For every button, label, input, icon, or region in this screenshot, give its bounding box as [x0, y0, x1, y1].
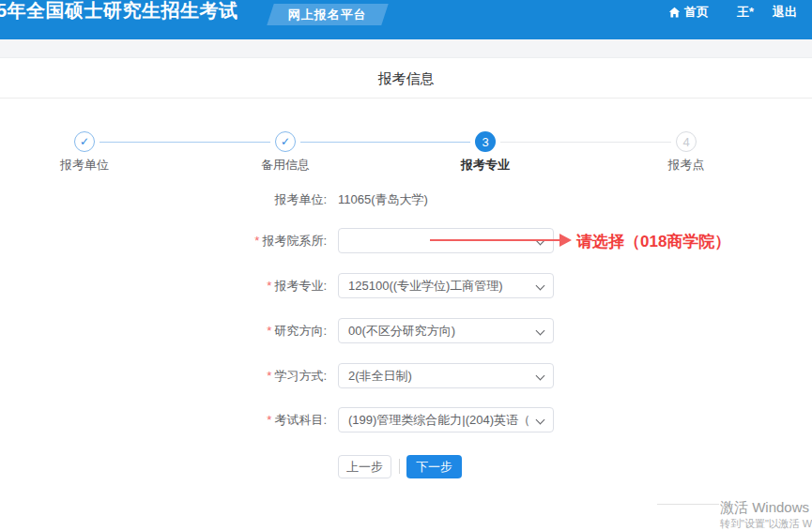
chevron-down-icon: [536, 416, 545, 425]
annotation-text: 请选择（018商学院）: [576, 231, 730, 252]
nav-user[interactable]: 王*: [737, 4, 754, 21]
step-3-circle: 3: [475, 131, 496, 152]
step-report-major: 3 报考专业: [429, 131, 542, 174]
form-row-exam-subjects: *考试科目: (199)管理类综合能力|(204)英语（二）|(-)...: [0, 407, 812, 432]
exam-subjects-label: *考试科目:: [0, 407, 327, 432]
page-titlebar: 报考信息: [0, 58, 812, 99]
step-1-circle: ✓: [74, 131, 95, 152]
chevron-down-icon: [536, 326, 545, 336]
site-title: 5年全国硕士研究生招生考试: [0, 0, 238, 23]
chevron-down-icon: [536, 372, 545, 381]
header-nav: 首页 王* 退出: [668, 0, 797, 24]
exam-subjects-label-text: 考试科目:: [274, 413, 327, 427]
annotation-arrow-line: [430, 239, 561, 241]
exam-subjects-select-value: (199)管理类综合能力|(204)英语（二）|(-)...: [348, 408, 530, 432]
form-row-major: *报考专业: 125100((专业学位)工商管理): [0, 273, 812, 298]
check-icon: ✓: [80, 136, 89, 147]
study-mode-select-value: 2(非全日制): [348, 364, 530, 387]
button-divider: [399, 459, 400, 474]
step-2-label: 备用信息: [229, 157, 342, 174]
required-mark: *: [267, 279, 271, 293]
study-mode-select[interactable]: 2(非全日制): [338, 363, 554, 388]
department-label: *报考院系所:: [0, 228, 327, 253]
unit-value: 11065(青岛大学): [338, 187, 428, 212]
direction-label: *研究方向:: [0, 318, 327, 343]
page-title: 报考信息: [0, 58, 812, 99]
next-step-button[interactable]: 下一步: [406, 455, 462, 478]
step-backup-info: ✓ 备用信息: [229, 131, 342, 174]
direction-label-text: 研究方向:: [274, 324, 327, 338]
step-exam-site: 4 报考点: [630, 131, 743, 174]
annotation-arrowhead-icon: [559, 234, 572, 247]
step-report-unit: ✓ 报考单位: [28, 131, 141, 174]
chevron-down-icon: [536, 281, 545, 291]
major-select-value: 125100((专业学位)工商管理): [348, 274, 530, 297]
home-icon: [668, 7, 681, 19]
step-4-circle: 4: [676, 131, 697, 152]
platform-badge-label: 网上报名平台: [288, 7, 367, 23]
major-label: *报考专业:: [0, 273, 327, 298]
step-2-circle: ✓: [275, 131, 296, 152]
step-1-label: 报考单位: [28, 157, 141, 174]
required-mark: *: [267, 413, 271, 427]
form-row-study-mode: *学习方式: 2(非全日制): [0, 363, 812, 388]
direction-select-value: 00(不区分研究方向): [348, 319, 530, 342]
step-3-label: 报考专业: [429, 157, 542, 174]
prev-step-button[interactable]: 上一步: [338, 455, 391, 478]
nav-logout[interactable]: 退出: [773, 4, 797, 21]
nav-home-label: 首页: [684, 4, 709, 21]
required-mark: *: [267, 369, 271, 383]
direction-select[interactable]: 00(不区分研究方向): [338, 318, 554, 343]
windows-activation-watermark: 激活 Windows: [720, 499, 809, 517]
department-label-text: 报考院系所:: [262, 234, 327, 248]
windows-activation-hint: 转到"设置"以激活 W: [720, 517, 812, 531]
watermark-divider: [657, 504, 719, 505]
form-row-unit: 报考单位: 11065(青岛大学): [0, 187, 812, 212]
major-select[interactable]: 125100((专业学位)工商管理): [338, 273, 554, 298]
study-mode-label-text: 学习方式:: [274, 369, 327, 383]
unit-label: 报考单位:: [0, 187, 327, 212]
unit-label-text: 报考单位:: [274, 192, 327, 206]
exam-subjects-select[interactable]: (199)管理类综合能力|(204)英语（二）|(-)...: [338, 407, 554, 432]
check-icon: ✓: [281, 136, 290, 147]
step-4-label: 报考点: [630, 157, 743, 174]
required-mark: *: [254, 234, 259, 248]
nav-home[interactable]: 首页: [668, 4, 709, 21]
platform-badge: 网上报名平台: [267, 4, 388, 25]
subheader-strip: [0, 39, 812, 58]
header-bar: 5年全国硕士研究生招生考试 网上报名平台 首页 王* 退出: [0, 0, 812, 39]
major-label-text: 报考专业:: [274, 279, 327, 293]
study-mode-label: *学习方式:: [0, 363, 327, 388]
form-row-direction: *研究方向: 00(不区分研究方向): [0, 318, 812, 343]
required-mark: *: [267, 324, 271, 338]
